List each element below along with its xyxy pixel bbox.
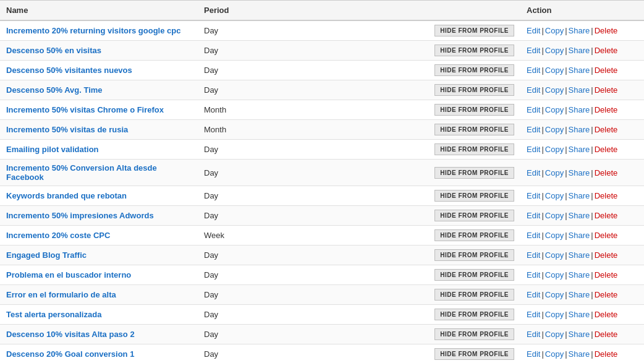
edit-link[interactable]: Edit bbox=[527, 290, 540, 299]
delete-link[interactable]: Delete bbox=[595, 145, 618, 154]
edit-link[interactable]: Edit bbox=[527, 330, 540, 339]
delete-link[interactable]: Delete bbox=[595, 66, 618, 75]
copy-link[interactable]: Copy bbox=[545, 26, 564, 35]
copy-link[interactable]: Copy bbox=[545, 330, 564, 339]
hide-from-profile-button[interactable]: HIDE FROM PROFILE bbox=[434, 309, 514, 320]
alert-name-link[interactable]: Descenso 10% visitas Alta paso 2 bbox=[6, 330, 135, 339]
hide-from-profile-button[interactable]: HIDE FROM PROFILE bbox=[434, 348, 514, 360]
share-link[interactable]: Share bbox=[569, 211, 590, 220]
hide-from-profile-button[interactable]: HIDE FROM PROFILE bbox=[434, 229, 514, 241]
share-link[interactable]: Share bbox=[569, 270, 590, 280]
copy-link[interactable]: Copy bbox=[545, 105, 564, 114]
alert-name-link[interactable]: Incremento 50% visitas Chrome o Firefox bbox=[6, 105, 164, 114]
copy-link[interactable]: Copy bbox=[545, 168, 564, 177]
delete-link[interactable]: Delete bbox=[595, 231, 618, 240]
share-link[interactable]: Share bbox=[569, 310, 590, 319]
copy-link[interactable]: Copy bbox=[545, 125, 564, 134]
share-link[interactable]: Share bbox=[569, 125, 590, 134]
hide-from-profile-button[interactable]: HIDE FROM PROFILE bbox=[434, 328, 514, 340]
hide-from-profile-button[interactable]: HIDE FROM PROFILE bbox=[434, 190, 514, 202]
delete-link[interactable]: Delete bbox=[595, 125, 618, 134]
hide-from-profile-button[interactable]: HIDE FROM PROFILE bbox=[434, 167, 514, 179]
share-link[interactable]: Share bbox=[569, 26, 590, 35]
edit-link[interactable]: Edit bbox=[527, 191, 540, 200]
hide-from-profile-button[interactable]: HIDE FROM PROFILE bbox=[434, 289, 514, 301]
hide-from-profile-button[interactable]: HIDE FROM PROFILE bbox=[434, 104, 514, 116]
alert-name-link[interactable]: Descenso 50% en visitas bbox=[6, 46, 101, 55]
edit-link[interactable]: Edit bbox=[527, 250, 540, 260]
alert-name-link[interactable]: Incremento 20% coste CPC bbox=[6, 231, 110, 240]
share-link[interactable]: Share bbox=[569, 250, 590, 260]
delete-link[interactable]: Delete bbox=[595, 191, 618, 200]
share-link[interactable]: Share bbox=[569, 105, 590, 114]
edit-link[interactable]: Edit bbox=[527, 231, 540, 240]
hide-from-profile-button[interactable]: HIDE FROM PROFILE bbox=[434, 25, 514, 36]
hide-from-profile-button[interactable]: HIDE FROM PROFILE bbox=[434, 84, 514, 96]
share-link[interactable]: Share bbox=[569, 168, 590, 177]
share-link[interactable]: Share bbox=[569, 46, 590, 55]
alert-name-link[interactable]: Descenso 50% visitantes nuevos bbox=[6, 66, 132, 75]
hide-from-profile-button[interactable]: HIDE FROM PROFILE bbox=[434, 269, 514, 281]
edit-link[interactable]: Edit bbox=[527, 349, 540, 359]
hide-from-profile-button[interactable]: HIDE FROM PROFILE bbox=[434, 143, 514, 155]
delete-link[interactable]: Delete bbox=[595, 330, 618, 339]
delete-link[interactable]: Delete bbox=[595, 349, 618, 359]
alert-name-link[interactable]: Incremento 50% impresiones Adwords bbox=[6, 211, 154, 220]
share-link[interactable]: Share bbox=[569, 231, 590, 240]
copy-link[interactable]: Copy bbox=[545, 290, 564, 299]
copy-link[interactable]: Copy bbox=[545, 270, 564, 280]
delete-link[interactable]: Delete bbox=[595, 168, 618, 177]
share-link[interactable]: Share bbox=[569, 66, 590, 75]
alert-name-link[interactable]: Incremento 50% visitas de rusia bbox=[6, 125, 128, 134]
share-link[interactable]: Share bbox=[569, 191, 590, 200]
hide-from-profile-button[interactable]: HIDE FROM PROFILE bbox=[434, 210, 514, 221]
edit-link[interactable]: Edit bbox=[527, 270, 540, 280]
copy-link[interactable]: Copy bbox=[545, 46, 564, 55]
delete-link[interactable]: Delete bbox=[595, 211, 618, 220]
share-link[interactable]: Share bbox=[569, 349, 590, 359]
delete-link[interactable]: Delete bbox=[595, 105, 618, 114]
edit-link[interactable]: Edit bbox=[527, 168, 540, 177]
edit-link[interactable]: Edit bbox=[527, 310, 540, 319]
share-link[interactable]: Share bbox=[569, 290, 590, 299]
edit-link[interactable]: Edit bbox=[527, 145, 540, 154]
edit-link[interactable]: Edit bbox=[527, 85, 540, 95]
delete-link[interactable]: Delete bbox=[595, 270, 618, 280]
alert-name-link[interactable]: Test alerta personalizada bbox=[6, 310, 101, 319]
delete-link[interactable]: Delete bbox=[595, 310, 618, 319]
share-link[interactable]: Share bbox=[569, 85, 590, 95]
copy-link[interactable]: Copy bbox=[545, 191, 564, 200]
hide-from-profile-button[interactable]: HIDE FROM PROFILE bbox=[434, 64, 514, 76]
copy-link[interactable]: Copy bbox=[545, 349, 564, 359]
copy-link[interactable]: Copy bbox=[545, 66, 564, 75]
alert-name-link[interactable]: Engaged Blog Traffic bbox=[6, 250, 87, 260]
edit-link[interactable]: Edit bbox=[527, 105, 540, 114]
alert-name-link[interactable]: Descenso 50% Avg. Time bbox=[6, 85, 103, 95]
copy-link[interactable]: Copy bbox=[545, 85, 564, 95]
edit-link[interactable]: Edit bbox=[527, 66, 540, 75]
share-link[interactable]: Share bbox=[569, 145, 590, 154]
edit-link[interactable]: Edit bbox=[527, 26, 540, 35]
hide-from-profile-button[interactable]: HIDE FROM PROFILE bbox=[434, 249, 514, 261]
hide-from-profile-button[interactable]: HIDE FROM PROFILE bbox=[434, 124, 514, 135]
alert-name-link[interactable]: Keywords branded que rebotan bbox=[6, 191, 127, 200]
edit-link[interactable]: Edit bbox=[527, 125, 540, 134]
copy-link[interactable]: Copy bbox=[545, 250, 564, 260]
copy-link[interactable]: Copy bbox=[545, 310, 564, 319]
share-link[interactable]: Share bbox=[569, 330, 590, 339]
delete-link[interactable]: Delete bbox=[595, 46, 618, 55]
edit-link[interactable]: Edit bbox=[527, 46, 540, 55]
alert-name-link[interactable]: Descenso 20% Goal conversion 1 bbox=[6, 349, 134, 359]
delete-link[interactable]: Delete bbox=[595, 250, 618, 260]
delete-link[interactable]: Delete bbox=[595, 85, 618, 95]
delete-link[interactable]: Delete bbox=[595, 290, 618, 299]
copy-link[interactable]: Copy bbox=[545, 211, 564, 220]
alert-name-link[interactable]: Error en el formulario de alta bbox=[6, 290, 116, 299]
copy-link[interactable]: Copy bbox=[545, 145, 564, 154]
alert-name-link[interactable]: Incremento 20% returning visitors google… bbox=[6, 26, 180, 35]
alert-name-link[interactable]: Problema en el buscador interno bbox=[6, 270, 131, 280]
copy-link[interactable]: Copy bbox=[545, 231, 564, 240]
alert-name-link[interactable]: Incremento 50% Conversion Alta desde Fac… bbox=[6, 163, 157, 182]
edit-link[interactable]: Edit bbox=[527, 211, 540, 220]
hide-from-profile-button[interactable]: HIDE FROM PROFILE bbox=[434, 45, 514, 56]
